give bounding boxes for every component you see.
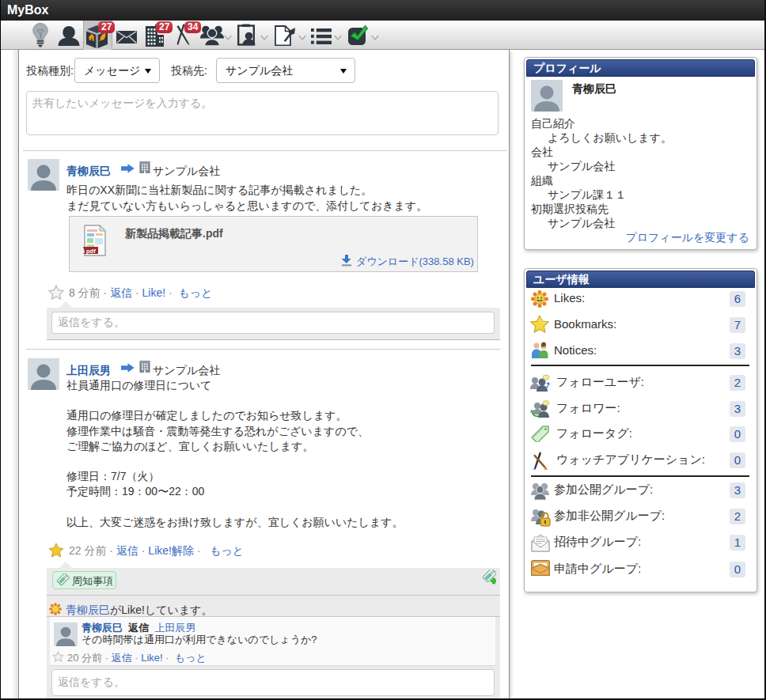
svg-text:pdf: pdf: [86, 248, 96, 255]
